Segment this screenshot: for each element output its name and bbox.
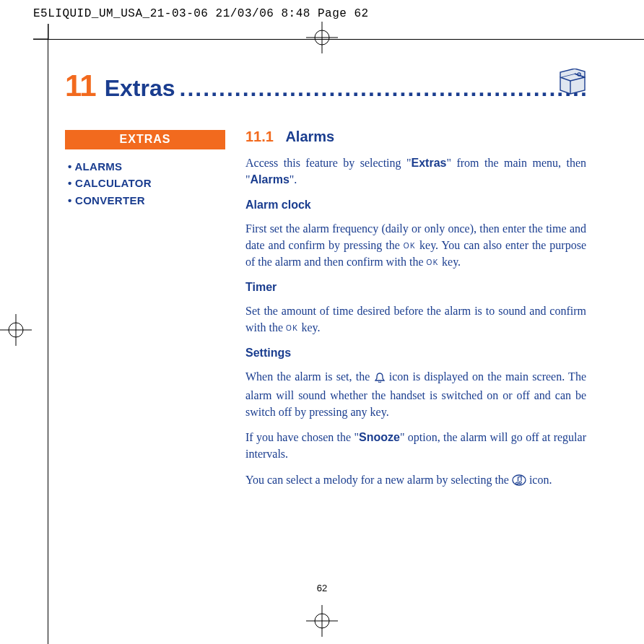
text: If you have chosen the " [245, 431, 359, 443]
ok-key-icon: OK [286, 324, 298, 332]
subheading-alarm-clock: Alarm clock [245, 197, 586, 214]
intro-paragraph: Access this feature by selecting "Extras… [245, 155, 586, 188]
settings-paragraph-1: When the alarm is set, the icon is displ… [245, 369, 586, 420]
section-title: Alarms [285, 129, 334, 144]
chapter-heading: 11 Extras ..............................… [65, 69, 588, 103]
text: Access this feature by selecting " [245, 157, 412, 169]
chapter-dots: ........................................… [180, 75, 588, 102]
crop-vertical-line [48, 24, 48, 644]
settings-paragraph-3: You can select a melody for a new alarm … [245, 472, 586, 491]
text-bold: Extras [412, 157, 447, 169]
crop-corner-icon [33, 24, 49, 40]
subheading-timer: Timer [245, 279, 586, 296]
registration-mark-top-icon [306, 22, 338, 53]
crop-horizontal-line [33, 39, 644, 40]
alarm-clock-paragraph: First set the alarm frequency (daily or … [245, 221, 586, 270]
svg-marker-9 [560, 74, 585, 94]
section-heading: 11.1 Alarms [245, 129, 586, 145]
main-content: 11.1 Alarms Access this feature by selec… [245, 129, 586, 500]
text: You can select a melody for a new alarm … [245, 474, 512, 486]
subheading-settings: Settings [245, 345, 586, 362]
sidebar-title: EXTRAS [65, 130, 225, 149]
sidebar-item-calculator: • CALCULATOR [68, 175, 225, 191]
page-number: 62 [0, 583, 644, 593]
print-header: E5LIQUID_UM_USA_21-03-06 21/03/06 8:48 P… [33, 7, 369, 20]
text: icon. [526, 474, 552, 486]
text: When the alarm is set, the [245, 370, 374, 383]
text-bold: Snooze [359, 431, 400, 443]
timer-paragraph: Set the amount of time desired before th… [245, 303, 586, 336]
ok-key-icon: OK [404, 242, 416, 250]
registration-mark-bottom-icon [306, 605, 338, 637]
chapter-number: 11 [65, 69, 95, 103]
ok-key-icon: OK [427, 258, 439, 266]
extras-box-icon [557, 69, 588, 95]
text: key. [298, 321, 320, 334]
sidebar-item-converter: • CONVERTER [68, 192, 225, 209]
melody-note-icon [512, 474, 526, 491]
sidebar-menu: EXTRAS • ALARMS • CALCULATOR • CONVERTER [65, 130, 225, 209]
text-bold: Alarms [251, 173, 290, 186]
settings-paragraph-2: If you have chosen the "Snooze" option, … [245, 430, 586, 462]
sidebar-item-alarms: • ALARMS [68, 158, 225, 175]
alarm-bell-icon [374, 371, 386, 388]
registration-mark-left-icon [0, 314, 32, 346]
text: ". [290, 173, 297, 186]
section-number: 11.1 [245, 129, 274, 144]
text: key. [439, 256, 461, 268]
chapter-title: Extras [105, 75, 175, 102]
